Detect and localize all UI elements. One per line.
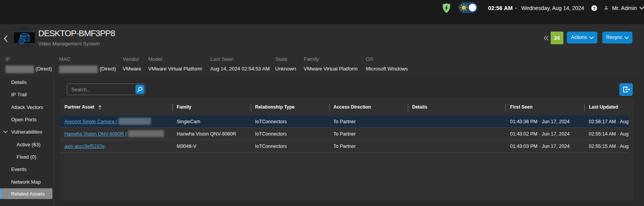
svg-text:?: ? — [593, 6, 596, 11]
